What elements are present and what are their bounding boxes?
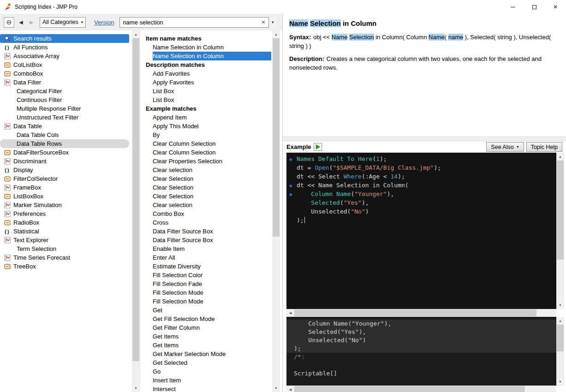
sidebar-item[interactable]: Data Table Rows [0,139,129,148]
sidebar-item[interactable]: FrameBox [0,183,129,192]
sidebar-item[interactable]: Data Filter [0,78,129,87]
scroll-down-icon[interactable]: ▼ [272,384,280,392]
sidebar-item[interactable]: Associative Array [0,52,129,60]
sidebar-item[interactable]: ()Display [0,166,129,174]
scroll-up-icon[interactable]: ▲ [556,317,564,325]
results-item[interactable]: Apply Favorites [153,78,271,87]
sidebar-scrollbar[interactable]: ▲ ▼ [132,30,140,392]
results-item[interactable]: Name Selection in Column [153,52,271,60]
sidebar-item[interactable]: ColListBox [0,60,129,69]
sidebar-item[interactable]: Preferences [0,209,129,218]
results-item[interactable]: Clear Column Selection [153,139,271,148]
scrollbar-thumb[interactable] [557,160,564,260]
code-line[interactable]: ◆Names Default To Here(1); [289,155,556,164]
scroll-down-icon[interactable]: ▼ [556,378,564,386]
results-item[interactable]: Clear Column Selection [153,148,271,157]
results-item[interactable]: Fill Selection Mode [153,297,271,306]
code-line[interactable]: ◆ Column Name("Younger"), [289,190,556,199]
sidebar-item[interactable]: ()Statistical [0,227,129,236]
run-script-button[interactable] [314,143,322,151]
scroll-up-icon[interactable]: ▲ [132,30,140,38]
results-item[interactable]: Enable Item [153,244,271,253]
sidebar-item[interactable]: TreeBox [0,262,129,271]
scrollbar-thumb[interactable] [294,309,536,316]
results-item[interactable]: Clear Selection [153,192,271,201]
search-history-dropdown[interactable]: ▾ [268,17,276,28]
see-also-button[interactable]: See Also ▼ [486,142,524,152]
results-item[interactable]: List Box [153,95,271,104]
code-editor[interactable]: ◆Names Default To Here(1); dt = Open("$S… [286,153,556,309]
code-line[interactable]: ◆dt << Name Selection in Column( [289,181,556,190]
results-item[interactable]: Clear selection [153,166,271,174]
clear-search-icon[interactable]: ✕ [258,19,268,25]
results-item[interactable]: Clear selection [153,201,271,209]
results-item[interactable]: Intersect [153,385,271,392]
code-line[interactable]: Unselected("No") [289,208,556,216]
code-line[interactable]: Selected("Yes"), [289,199,556,208]
scroll-up-icon[interactable]: ▲ [272,30,280,38]
scroll-down-icon[interactable]: ▼ [556,301,564,309]
results-item[interactable]: Add Favorites [153,69,271,78]
results-item[interactable]: Fill Selection Fade [153,279,271,288]
results-item[interactable]: Get Marker Selection Mode [153,350,271,358]
results-item[interactable]: Combo Box [153,209,271,218]
sidebar-item[interactable]: Categorical Filter [0,87,129,95]
scroll-left-icon[interactable]: ◀ [286,309,294,317]
sidebar-item[interactable]: DataFilterSourceBox [0,148,129,157]
results-item[interactable]: Clear Selection [153,183,271,192]
scrollbar-thumb[interactable] [294,386,525,392]
topic-help-button[interactable]: Topic Help [526,142,562,152]
results-item[interactable]: Clear Properties Selection [153,157,271,166]
editor-hscrollbar[interactable]: ◀ ▶ [286,309,556,317]
results-item[interactable]: Fill Selection Color [153,271,271,279]
sidebar-item[interactable]: Multiple Response Filter [0,104,129,113]
sidebar-item[interactable]: Text Explorer [0,236,129,244]
results-item[interactable]: Apply This Model [153,122,271,131]
sidebar-item[interactable]: Term Selection [0,244,129,253]
panel-splitter[interactable] [283,137,566,141]
results-scrollbar[interactable]: ▲ ▼ [272,30,280,392]
results-item[interactable]: Get Filter Column [153,323,271,332]
search-input[interactable] [120,18,258,27]
scroll-left-icon[interactable]: ◀ [286,386,294,392]
sidebar-item[interactable]: Marker Simulation [0,201,129,209]
back-button[interactable]: ◀ [16,17,26,28]
results-item[interactable]: Go [153,367,271,376]
category-dropdown[interactable]: All Categories ▾ [40,17,86,28]
version-link[interactable]: Version [94,19,114,26]
code-line[interactable]: ); [289,216,556,225]
sidebar-item[interactable]: Discriminant [0,157,129,166]
sidebar-item[interactable]: Search results [0,34,129,43]
results-item[interactable]: Estimate Diversity [153,262,271,271]
output-log[interactable]: Column Name("Younger"), Selected("Yes"),… [286,317,556,386]
results-item[interactable]: Enter All [153,253,271,262]
sidebar-item[interactable]: Data Table [0,122,129,131]
results-item[interactable]: By [153,131,271,139]
code-line[interactable]: dt = Open("$SAMPLE_DATA/Big Class.jmp"); [289,164,556,172]
sidebar-item[interactable]: ()All Functions [0,43,129,52]
results-item[interactable]: Cross [153,218,271,227]
results-item[interactable]: Get Items [153,341,271,350]
sidebar-item[interactable]: Continuous Filter [0,95,129,104]
minimize-button[interactable] [502,0,524,14]
sidebar-item[interactable]: Unstructured Text Filter [0,113,129,122]
results-item[interactable]: Get Selected [153,358,271,367]
scroll-up-icon[interactable]: ▲ [556,153,564,160]
scrollbar-thumb[interactable] [557,325,564,351]
results-item[interactable]: Data Filter Source Box [153,236,271,244]
output-scrollbar[interactable]: ▲ ▼ [556,317,564,386]
scroll-down-icon[interactable]: ▼ [132,384,140,392]
sidebar-item[interactable]: ListBoxBox [0,192,129,201]
results-item[interactable]: Data Filter Source Box [153,227,271,236]
scrollbar-thumb[interactable] [273,38,280,237]
maximize-button[interactable] [524,0,545,14]
results-item[interactable]: Clear Selection [153,174,271,183]
results-item[interactable]: List Box [153,87,271,95]
results-item[interactable]: Insert Item [153,376,271,385]
results-item[interactable]: Get [153,306,271,315]
editor-scrollbar[interactable]: ▲ ▼ [556,153,564,309]
output-hscrollbar[interactable]: ◀ ▶ [286,386,556,392]
sidebar-item[interactable]: Time Series Forecast [0,253,129,262]
sidebar-item[interactable]: FilterColSelector [0,174,129,183]
scrollbar-thumb[interactable] [132,38,139,361]
